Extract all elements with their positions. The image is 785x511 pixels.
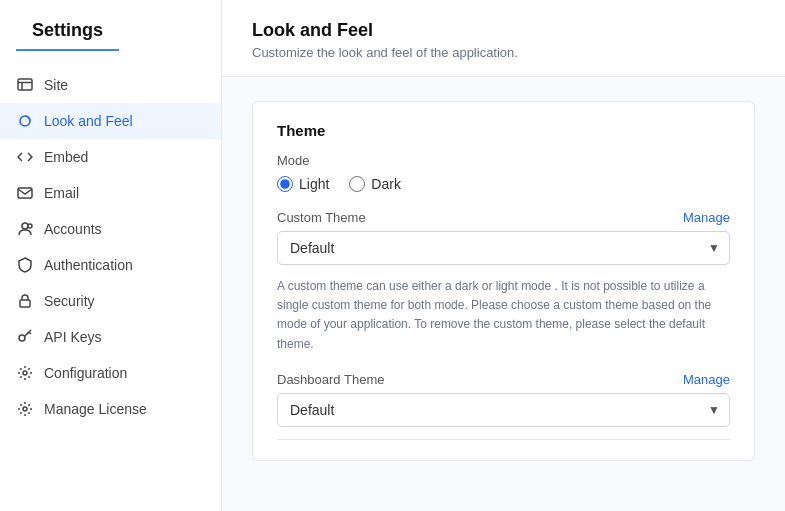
dark-option[interactable]: Dark (349, 176, 401, 192)
dashboard-theme-select-wrapper: Default ▼ (277, 393, 730, 427)
sidebar-item-site[interactable]: Site (0, 67, 221, 103)
sidebar-item-embed[interactable]: Embed (0, 139, 221, 175)
svg-point-11 (23, 371, 27, 375)
light-label: Light (299, 176, 329, 192)
site-icon (16, 76, 34, 94)
configuration-icon (16, 364, 34, 382)
light-radio[interactable] (277, 176, 293, 192)
sidebar-item-configuration[interactable]: Configuration (0, 355, 221, 391)
theme-section: Theme Mode Light Dark Custom Theme Manag… (252, 101, 755, 461)
page-subtitle: Customize the look and feel of the appli… (252, 45, 755, 60)
sidebar-item-look-label: Look and Feel (44, 113, 133, 129)
light-option[interactable]: Light (277, 176, 329, 192)
sidebar-item-configuration-label: Configuration (44, 365, 127, 381)
mode-label: Mode (277, 153, 730, 168)
sidebar-item-authentication-label: Authentication (44, 257, 133, 273)
sidebar-item-site-label: Site (44, 77, 68, 93)
sidebar-item-manage-license-label: Manage License (44, 401, 147, 417)
security-icon (16, 292, 34, 310)
sidebar-item-authentication[interactable]: Authentication (0, 247, 221, 283)
sidebar-item-accounts[interactable]: Accounts (0, 211, 221, 247)
sidebar-item-embed-label: Embed (44, 149, 88, 165)
sidebar-item-manage-license[interactable]: Manage License (0, 391, 221, 427)
sidebar-item-api-keys-label: API Keys (44, 329, 102, 345)
custom-theme-help: A custom theme can use either a dark or … (277, 277, 730, 354)
sidebar-title: Settings (16, 20, 119, 51)
api-keys-icon (16, 328, 34, 346)
dashboard-theme-manage-link[interactable]: Manage (683, 372, 730, 387)
svg-point-6 (28, 224, 32, 228)
svg-point-5 (22, 223, 28, 229)
manage-license-icon (16, 400, 34, 418)
svg-line-10 (27, 332, 29, 334)
dashboard-theme-row: Dashboard Theme Manage (277, 372, 730, 387)
sidebar-item-accounts-label: Accounts (44, 221, 102, 237)
look-icon (16, 112, 34, 130)
dashboard-theme-label: Dashboard Theme (277, 372, 384, 387)
dark-radio[interactable] (349, 176, 365, 192)
svg-point-12 (23, 407, 27, 411)
custom-theme-manage-link[interactable]: Manage (683, 210, 730, 225)
custom-theme-select[interactable]: Default (277, 231, 730, 265)
sidebar-item-security[interactable]: Security (0, 283, 221, 319)
page-header: Look and Feel Customize the look and fee… (222, 0, 785, 77)
custom-theme-select-wrapper: Default ▼ (277, 231, 730, 265)
dashboard-theme-select[interactable]: Default (277, 393, 730, 427)
page-title: Look and Feel (252, 20, 755, 41)
accounts-icon (16, 220, 34, 238)
mode-radio-group: Light Dark (277, 176, 730, 192)
custom-theme-row: Custom Theme Manage (277, 210, 730, 225)
embed-icon (16, 148, 34, 166)
main-content: Look and Feel Customize the look and fee… (222, 0, 785, 511)
section-divider (277, 439, 730, 440)
authentication-icon (16, 256, 34, 274)
custom-theme-label: Custom Theme (277, 210, 366, 225)
svg-rect-4 (18, 188, 32, 198)
sidebar-item-email-label: Email (44, 185, 79, 201)
dark-label: Dark (371, 176, 401, 192)
sidebar-item-api-keys[interactable]: API Keys (0, 319, 221, 355)
svg-line-9 (29, 332, 31, 334)
sidebar-item-security-label: Security (44, 293, 95, 309)
sidebar-item-email[interactable]: Email (0, 175, 221, 211)
email-icon (16, 184, 34, 202)
svg-rect-0 (18, 79, 32, 90)
sidebar: Settings Site Look and Feel (0, 0, 222, 511)
sidebar-item-look-and-feel[interactable]: Look and Feel (0, 103, 221, 139)
theme-section-title: Theme (277, 122, 730, 139)
content-area: Theme Mode Light Dark Custom Theme Manag… (222, 77, 785, 501)
svg-rect-7 (20, 300, 30, 307)
